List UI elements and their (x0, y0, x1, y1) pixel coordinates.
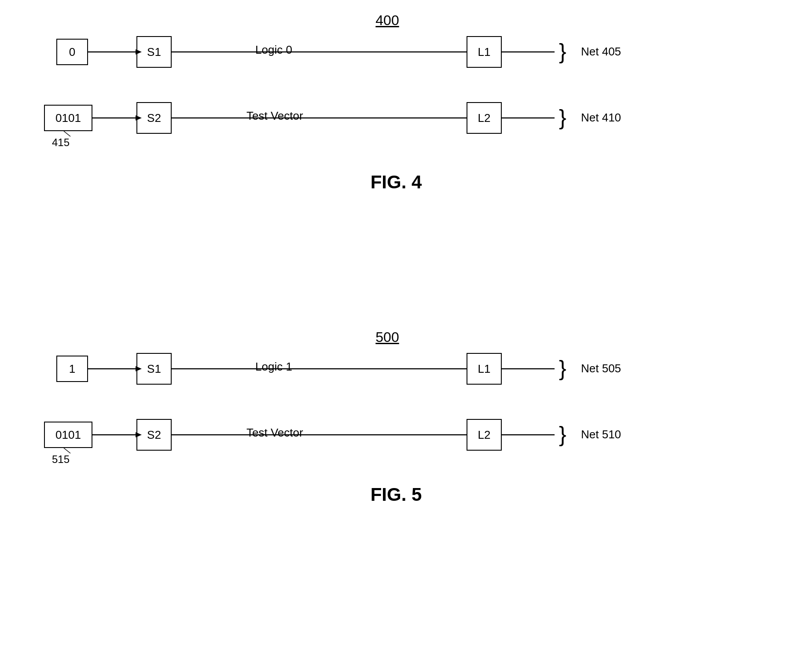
fig5-row2-wire-label: Test Vector (246, 426, 303, 440)
fig5-row1-load: L1 (467, 353, 502, 385)
svg-line-17 (64, 448, 70, 453)
fig4-label: FIG. 4 (330, 172, 462, 193)
fig4-annot-line (0, 0, 88, 176)
fig4-row1-load: L1 (467, 36, 502, 68)
fig5-row2-annot: 515 (52, 453, 70, 466)
fig5-row1-input: 1 (56, 356, 88, 382)
fig4-row2-input: 0101 (44, 105, 92, 131)
svg-line-8 (64, 131, 70, 136)
fig4-row1-curly: } (559, 40, 566, 62)
page: 400 0 S1 L1 Logic 0 } Net 405 0101 S2 L2… (0, 0, 805, 672)
fig5-row1-source: S1 (136, 353, 172, 385)
fig4-row2-load: L2 (467, 102, 502, 134)
fig4-row2-source: S2 (136, 102, 172, 134)
fig5-row2-curly: } (559, 423, 566, 445)
fig5-row2-net: Net 510 (581, 428, 621, 441)
fig5-row2-svg (0, 0, 805, 506)
fig5-row2-input: 0101 (44, 422, 92, 448)
fig5-ref-num: 500 (361, 329, 414, 345)
fig4-row2-wire-label: Test Vector (246, 109, 303, 123)
fig5-row1-net: Net 505 (581, 362, 621, 375)
fig4-row2-annot: 415 (52, 136, 70, 149)
fig5-row1-curly: } (559, 357, 566, 379)
fig5-label: FIG. 5 (330, 484, 462, 505)
fig4-row2-curly: } (559, 106, 566, 129)
fig4-ref-num: 400 (361, 12, 414, 29)
fig4-row2-net: Net 410 (581, 111, 621, 125)
fig4-row1-wire-label: Logic 0 (255, 43, 292, 57)
fig5-row2-source: S2 (136, 419, 172, 451)
fig4-row1-source: S1 (136, 36, 172, 68)
fig5-row1-wire-label: Logic 1 (255, 360, 292, 374)
fig5-row1-svg (0, 0, 805, 440)
fig4-row1-net: Net 405 (581, 45, 621, 59)
fig5-row2-load: L2 (467, 419, 502, 451)
fig4-row1-input: 0 (56, 39, 88, 65)
